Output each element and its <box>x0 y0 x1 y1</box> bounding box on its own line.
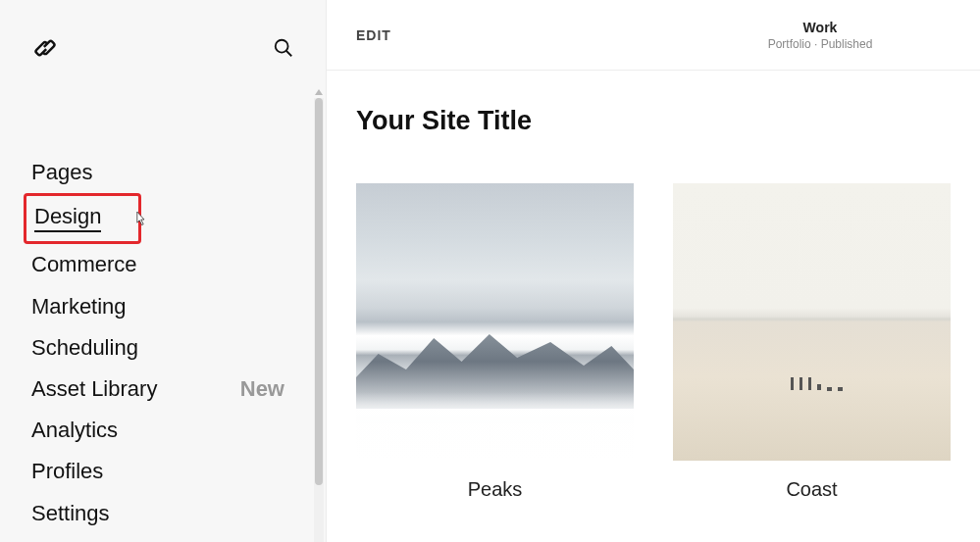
page-subtitle: Portfolio · Published <box>768 37 873 51</box>
nav-label: Marketing <box>31 295 127 319</box>
thumbnail-image <box>673 183 951 461</box>
portfolio-card-coast[interactable]: Coast <box>673 183 951 501</box>
scrollbar-thumb[interactable] <box>315 98 323 485</box>
nav-marketing[interactable]: Marketing <box>31 286 326 327</box>
nav-help[interactable]: Help <box>31 534 326 542</box>
portfolio-grid: Peaks Coast <box>356 183 951 501</box>
nav-pages[interactable]: Pages <box>31 152 326 193</box>
decorative-figures <box>791 377 843 391</box>
nav-label: Scheduling <box>31 336 138 360</box>
sidebar-top <box>0 0 326 69</box>
card-label: Peaks <box>468 478 523 501</box>
card-label: Coast <box>786 478 837 501</box>
nav-label: Analytics <box>31 419 118 442</box>
sidebar: Pages Design Commerce Marketing Scheduli… <box>0 0 327 542</box>
nav-commerce[interactable]: Commerce <box>31 244 326 285</box>
nav-settings[interactable]: Settings <box>31 493 326 534</box>
nav-label: Profiles <box>31 460 103 483</box>
nav-label: Asset Library <box>31 377 157 401</box>
svg-point-0 <box>276 40 288 53</box>
nav-profiles[interactable]: Profiles <box>31 451 326 492</box>
scrollbar-track[interactable] <box>314 98 324 542</box>
site-title[interactable]: Your Site Title <box>356 106 951 136</box>
nav-design[interactable]: Design <box>24 193 141 244</box>
nav-label: Commerce <box>31 253 137 276</box>
new-badge: New <box>240 377 284 401</box>
thumbnail-image <box>356 183 634 461</box>
edit-button[interactable]: EDIT <box>356 27 391 43</box>
nav-asset-library[interactable]: Asset Library New <box>31 369 326 410</box>
pointer-cursor-icon <box>132 210 148 234</box>
page-title: Work <box>768 20 873 35</box>
preview-topbar: EDIT Work Portfolio · Published <box>327 0 980 71</box>
nav-label: Pages <box>31 161 92 184</box>
search-icon[interactable] <box>273 37 294 59</box>
nav-label: Settings <box>31 502 110 525</box>
nav-label: Design <box>34 205 101 232</box>
nav-scheduling[interactable]: Scheduling <box>31 327 326 369</box>
page-info: Work Portfolio · Published <box>768 20 873 51</box>
preview-content: Your Site Title Peaks Coast <box>327 71 980 501</box>
squarespace-logo-icon[interactable] <box>31 34 59 62</box>
svg-line-1 <box>286 51 292 57</box>
portfolio-card-peaks[interactable]: Peaks <box>356 183 634 501</box>
main-nav: Pages Design Commerce Marketing Scheduli… <box>0 152 326 542</box>
main-preview: EDIT Work Portfolio · Published Your Sit… <box>327 0 980 542</box>
nav-analytics[interactable]: Analytics <box>31 410 326 451</box>
